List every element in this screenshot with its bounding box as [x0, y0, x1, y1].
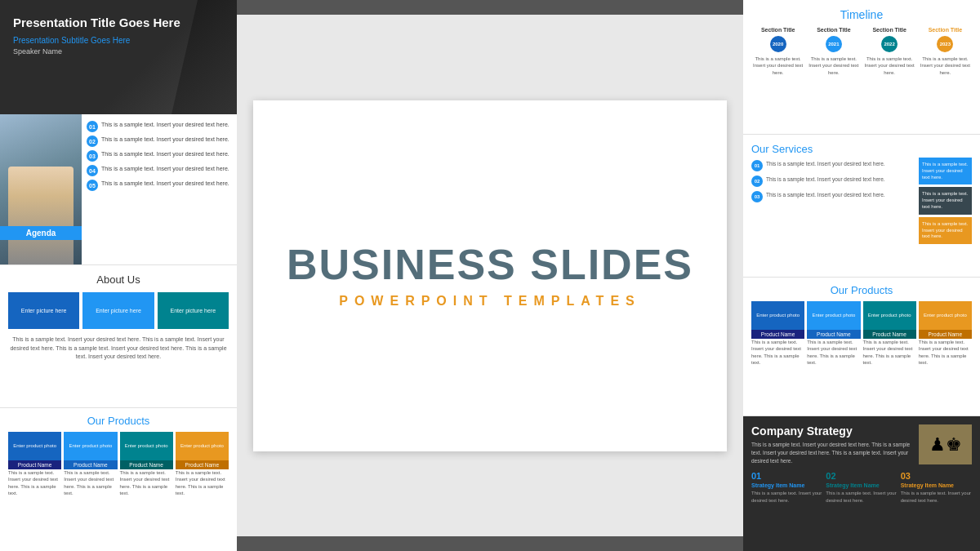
timeline-s4-title: Section Title	[929, 26, 963, 33]
timeline-section-4: Section Title 2023 This is a sample text…	[919, 26, 972, 76]
r-product-photo-4: Enter product photo	[919, 301, 972, 330]
r-product-name-3: Product Name	[863, 330, 916, 339]
agenda-slide: Agenda 01 This is a sample text. Insert …	[0, 114, 237, 265]
center-slide: BUSINESS SLIDES POWERPOINT TEMPLATES	[253, 100, 727, 451]
strategy-text-area: Company Strategy This is a sample text. …	[751, 424, 914, 464]
product-photo-1: Enter product photo	[8, 432, 61, 460]
products-title-left: Our Products	[8, 415, 229, 427]
agenda-num-2: 02	[87, 136, 98, 147]
agenda-item-3: 03 This is a sample text. Insert your de…	[87, 150, 230, 162]
service-item-1: 01 This is a sample text. Insert your de…	[751, 160, 914, 171]
product-name-3: Product Name	[120, 460, 173, 469]
agenda-text-4: This is a sample text. Insert your desir…	[101, 165, 229, 173]
r-product-1: Enter product photo Product Name This is…	[751, 301, 804, 367]
timeline-desc-1: This is a sample text. Insert your desir…	[751, 56, 804, 76]
services-slide: Our Services 01 This is a sample text. I…	[743, 135, 980, 278]
product-desc-1: This is a sample text. Insert your desir…	[8, 469, 61, 497]
r-product-2: Enter product photo Product Name This is…	[807, 301, 860, 367]
service-item-2: 02 This is a sample text. Insert your de…	[751, 176, 914, 187]
service-bar-1: This is a sample text. Insert your desir…	[919, 158, 972, 184]
about-photo-1: Enter picture here	[8, 292, 79, 329]
chess-icon: ♟♚	[929, 434, 962, 455]
strategy-items: 01 Strategy Item Name This is a sample t…	[751, 471, 972, 504]
timeline-desc-3: This is a sample text. Insert your desir…	[863, 56, 916, 76]
service-num-2: 02	[751, 176, 763, 187]
product-name-4: Product Name	[176, 460, 229, 469]
r-product-photo-2: Enter product photo	[807, 301, 860, 330]
agenda-text-2: This is a sample text. Insert your desir…	[101, 136, 229, 144]
services-right: This is a sample text. Insert your desir…	[919, 143, 972, 269]
agenda-item-1: 01 This is a sample text. Insert your de…	[87, 121, 230, 132]
product-photo-3: Enter product photo	[120, 432, 173, 460]
strategy-item-desc-2: This is a sample text. Insert your desir…	[826, 490, 897, 504]
strategy-image: ♟♚	[919, 424, 972, 464]
agenda-num-5: 05	[87, 180, 98, 191]
strategy-item-desc-1: This is a sample text. Insert your desir…	[751, 490, 822, 504]
product-3: Enter product photo Product Name This is…	[120, 432, 173, 497]
r-product-name-4: Product Name	[919, 330, 972, 339]
products-slide-left: Our Products Enter product photo Product…	[0, 408, 237, 551]
strategy-title: Company Strategy	[751, 424, 914, 438]
right-column: Timeline Section Title 2020 This is a sa…	[743, 0, 980, 551]
timeline-desc-4: This is a sample text. Insert your desir…	[919, 56, 972, 76]
about-photos: Enter picture here Enter picture here En…	[8, 292, 229, 329]
agenda-item-5: 05 This is a sample text. Insert your de…	[87, 180, 230, 191]
strategy-item-3: 03 Strategy Item Name This is a sample t…	[901, 471, 972, 504]
service-bar-2: This is a sample text. Insert your desir…	[919, 187, 972, 214]
strategy-description: This is a sample text. Insert your desir…	[751, 441, 914, 464]
r-product-photo-1: Enter product photo	[751, 301, 804, 330]
strategy-item-desc-3: This is a sample text. Insert your desir…	[901, 490, 972, 504]
product-desc-4: This is a sample text. Insert your desir…	[176, 469, 229, 497]
timeline-section-2: Section Title 2021 This is a sample text…	[807, 26, 860, 76]
strategy-item-2: 02 Strategy Item Name This is a sample t…	[826, 471, 897, 504]
agenda-label: Agenda	[0, 226, 82, 240]
timeline-section-1: Section Title 2020 This is a sample text…	[751, 26, 804, 76]
strategy-top: Company Strategy This is a sample text. …	[751, 424, 972, 464]
timeline-dot-4: 2023	[937, 36, 953, 52]
strategy-item-label-2: Strategy Item Name	[826, 482, 897, 488]
service-num-1: 01	[751, 160, 763, 171]
about-photo-2: Enter picture here	[82, 292, 154, 329]
products-title-right: Our Products	[751, 284, 972, 296]
timeline-slide: Timeline Section Title 2020 This is a sa…	[743, 0, 980, 135]
service-text-1: This is a sample text. Insert your desir…	[766, 160, 885, 167]
timeline-s2-title: Section Title	[817, 26, 851, 33]
product-photo-2: Enter product photo	[64, 432, 117, 460]
agenda-text-3: This is a sample text. Insert your desir…	[101, 150, 229, 158]
timeline-title: Timeline	[751, 8, 972, 21]
center-top-bar	[237, 0, 743, 15]
r-product-desc-2: This is a sample text. Insert your desir…	[807, 339, 860, 367]
service-num-3: 03	[751, 191, 763, 202]
about-slide: About Us Enter picture here Enter pictur…	[0, 265, 237, 408]
service-text-3: This is a sample text. Insert your desir…	[766, 191, 885, 198]
r-product-name-2: Product Name	[807, 330, 860, 339]
r-product-photo-3: Enter product photo	[863, 301, 916, 330]
services-left: Our Services 01 This is a sample text. I…	[751, 143, 914, 269]
service-item-3: 03 This is a sample text. Insert your de…	[751, 191, 914, 202]
service-text-2: This is a sample text. Insert your desir…	[766, 176, 885, 183]
service-bar-3: This is a sample text. Insert your desir…	[919, 217, 972, 244]
strategy-slide: Company Strategy This is a sample text. …	[743, 416, 980, 551]
product-desc-3: This is a sample text. Insert your desir…	[120, 469, 173, 497]
agenda-num-1: 01	[87, 121, 98, 132]
timeline-s1-title: Section Title	[761, 26, 795, 33]
main-title: BUSINESS SLIDES	[287, 243, 693, 286]
product-4: Enter product photo Product Name This is…	[176, 432, 229, 497]
agenda-num-3: 03	[87, 150, 98, 162]
product-2: Enter product photo Product Name This is…	[64, 432, 117, 497]
agenda-num-4: 04	[87, 165, 98, 176]
center-column: BUSINESS SLIDES POWERPOINT TEMPLATES	[237, 0, 743, 551]
agenda-person	[8, 167, 74, 264]
about-photo-3: Enter picture here	[158, 292, 229, 329]
r-product-desc-4: This is a sample text. Insert your desir…	[919, 339, 972, 367]
agenda-items: 01 This is a sample text. Insert your de…	[82, 114, 237, 264]
timeline-dot-2: 2021	[826, 36, 842, 52]
products-grid-left: Enter product photo Product Name This is…	[8, 432, 229, 497]
r-product-name-1: Product Name	[751, 330, 804, 339]
left-column: Presentation Title Goes Here Presentatio…	[0, 0, 237, 551]
strategy-item-label-3: Strategy Item Name	[901, 482, 972, 488]
products-grid-right: Enter product photo Product Name This is…	[751, 301, 972, 367]
agenda-text-5: This is a sample text. Insert your desir…	[101, 180, 229, 188]
product-name-1: Product Name	[8, 460, 61, 469]
strategy-item-1: 01 Strategy Item Name This is a sample t…	[751, 471, 822, 504]
